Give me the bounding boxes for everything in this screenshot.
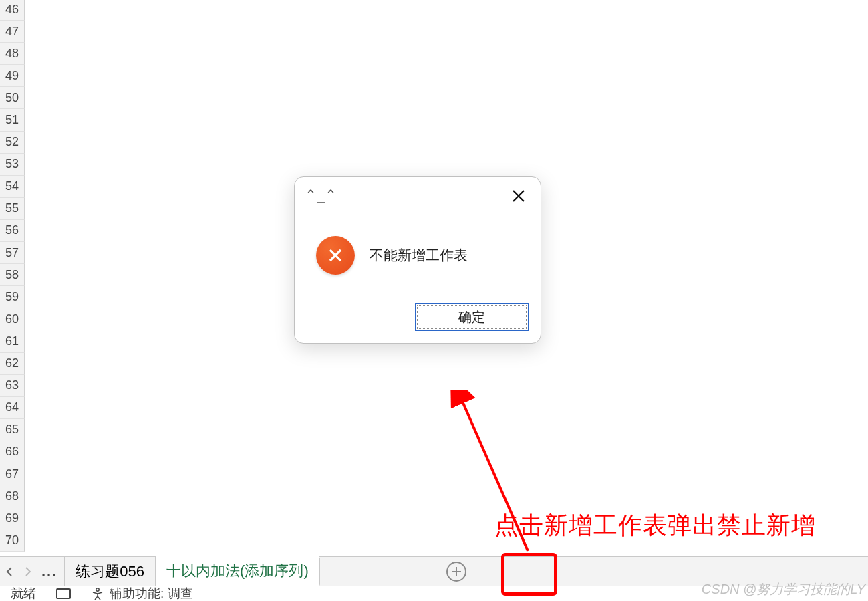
row-header[interactable]: 46 bbox=[0, 0, 25, 21]
status-record-icon bbox=[56, 588, 71, 599]
row-header[interactable]: 68 bbox=[0, 485, 25, 507]
row-header[interactable]: 66 bbox=[0, 441, 25, 463]
row-header[interactable]: 52 bbox=[0, 132, 25, 154]
row-header[interactable]: 51 bbox=[0, 109, 25, 131]
row-header[interactable]: 67 bbox=[0, 463, 25, 485]
plus-icon bbox=[446, 562, 466, 582]
error-dialog: ^_^ 不能新增工作表 确定 bbox=[294, 176, 541, 344]
tab-nav-prev[interactable] bbox=[0, 557, 19, 586]
close-icon bbox=[511, 189, 526, 203]
dialog-title: ^_^ bbox=[307, 187, 337, 203]
tab-nav-next[interactable] bbox=[19, 557, 37, 586]
row-header[interactable]: 50 bbox=[0, 87, 25, 109]
error-icon bbox=[316, 236, 355, 275]
row-header[interactable]: 63 bbox=[0, 375, 25, 397]
row-header[interactable]: 57 bbox=[0, 242, 25, 264]
row-header[interactable]: 64 bbox=[0, 397, 25, 419]
status-accessibility[interactable]: 辅助功能: 调查 bbox=[91, 585, 193, 602]
row-header[interactable]: 54 bbox=[0, 176, 25, 198]
row-header[interactable]: 49 bbox=[0, 65, 25, 87]
row-header[interactable]: 60 bbox=[0, 308, 25, 330]
row-header[interactable]: 62 bbox=[0, 353, 25, 375]
status-ready: 就绪 bbox=[11, 585, 36, 602]
row-header[interactable]: 56 bbox=[0, 220, 25, 242]
row-header[interactable]: 69 bbox=[0, 507, 25, 529]
dialog-ok-button[interactable]: 确定 bbox=[415, 303, 529, 331]
row-header[interactable]: 53 bbox=[0, 154, 25, 176]
accessibility-icon bbox=[91, 587, 104, 600]
row-headers: 4647484950515253545556575859606162636465… bbox=[0, 0, 25, 552]
add-sheet-button[interactable] bbox=[440, 557, 472, 586]
sheet-tab-2-label: 十以内加法(添加序列) bbox=[166, 561, 309, 581]
svg-point-0 bbox=[96, 588, 99, 590]
row-header[interactable]: 58 bbox=[0, 264, 25, 286]
sheet-tab-1-label: 练习题056 bbox=[76, 562, 144, 582]
dialog-message: 不能新增工作表 bbox=[370, 246, 468, 265]
row-header[interactable]: 48 bbox=[0, 43, 25, 65]
row-header[interactable]: 55 bbox=[0, 198, 25, 220]
tab-list-ellipsis[interactable]: ... bbox=[37, 563, 64, 580]
row-header[interactable]: 59 bbox=[0, 286, 25, 308]
sheet-tab-1[interactable]: 练习题056 bbox=[64, 557, 156, 586]
row-header[interactable]: 65 bbox=[0, 419, 25, 441]
row-header[interactable]: 61 bbox=[0, 330, 25, 352]
watermark: CSDN @努力学习技能的LY bbox=[702, 580, 865, 598]
dialog-close-button[interactable] bbox=[509, 187, 529, 208]
sheet-tab-2[interactable]: 十以内加法(添加序列) bbox=[156, 558, 320, 586]
annotation-text: 点击新增工作表弹出禁止新增 bbox=[494, 509, 816, 542]
row-header[interactable]: 47 bbox=[0, 21, 25, 43]
row-header[interactable]: 70 bbox=[0, 529, 25, 552]
